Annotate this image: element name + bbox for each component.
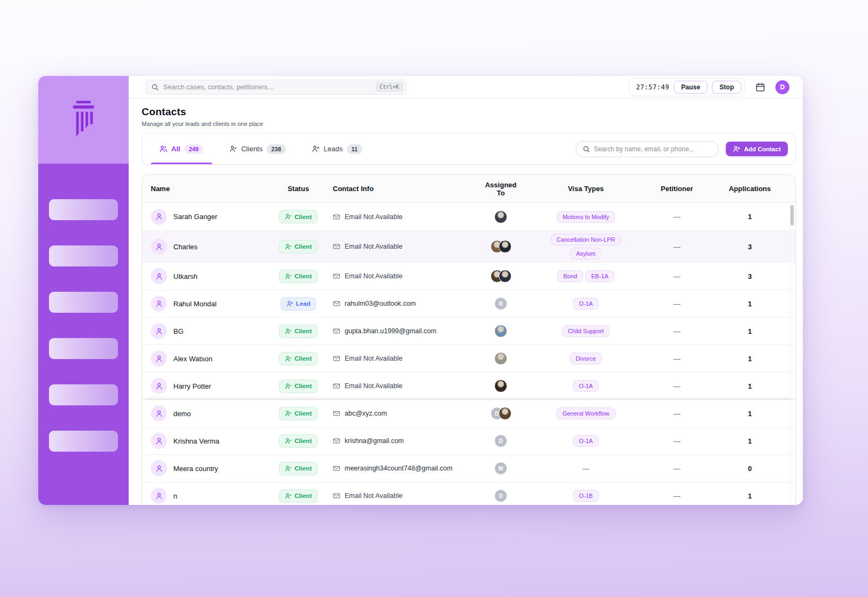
contact-avatar [151,350,167,367]
visa-type-badge[interactable]: O-1A [573,435,599,447]
visa-type-badge[interactable]: Bond [557,270,583,282]
table-row[interactable]: Charles Client Email Not Available Cance… [142,230,795,262]
sidebar-skeleton-item[interactable] [49,338,118,359]
visa-badges: Motions to Modify [540,211,632,223]
contact-search-input[interactable] [594,145,712,153]
sidebar-skeleton-item[interactable] [49,431,118,452]
visa-type-badge[interactable]: General Workflow [556,408,615,419]
contact-email: Email Not Available [345,243,402,250]
stop-button[interactable]: Stop [712,81,741,94]
contact-avatar [151,238,167,255]
assignee-initial-avatar[interactable]: R [494,297,507,310]
contacts-table: Name Status Contact Info Assigned To Vis… [142,174,796,505]
status-badge: Client [279,380,318,393]
assignee-photo-avatar[interactable] [494,352,507,365]
assignee-photo-avatar[interactable] [494,210,507,223]
table-row[interactable]: Krishna Verma Client krishna@gmail.com D… [142,427,795,454]
status-badge: Client [279,434,318,448]
global-search[interactable]: Ctrl+K [145,80,407,95]
assignee-initial-avatar[interactable]: M [494,462,507,475]
visa-type-badge[interactable]: O-1A [573,298,599,310]
contact-name-cell: Alex Watson [150,348,271,369]
visa-badges: Child Support [540,325,632,337]
add-contact-button[interactable]: Add Contact [726,142,788,156]
visa-type-badge[interactable]: Motions to Modify [557,211,615,223]
status-cell: Client [271,432,325,451]
table-header: Name Status Contact Info Assigned To Vis… [142,175,795,203]
visa-type-badge[interactable]: Divorce [570,353,601,364]
petitioner-value: — [649,352,704,366]
envelope-icon [333,243,340,250]
sidebar-skeleton-item[interactable] [49,384,118,405]
visa-type-badge[interactable]: Cancellation Non-LPR [551,234,621,245]
sidebar-skeleton-item[interactable] [49,292,118,313]
assignee-photo-avatar[interactable] [499,407,512,420]
status-badge: Client [279,270,318,283]
column-header-visa-types: Visa Types [522,185,649,193]
applications-count: 1 [704,434,795,448]
table-row[interactable]: BG Client gupta.bhan.u1999@gmail.com Chi… [142,317,795,345]
assignee-photo-avatar[interactable] [494,325,507,338]
sidebar-skeleton-item[interactable] [49,199,118,220]
status-cell: Client [271,404,325,423]
visa-cell-wrap: O-1A [522,295,649,312]
table-row[interactable]: n Client Email Not Available D O-1B — 1 [142,482,795,505]
assignee-photo-avatar[interactable] [499,270,512,283]
tab-all[interactable]: All 249 [154,134,209,164]
assigned-avatars: D [479,432,522,450]
contact-email: Email Not Available [345,355,402,362]
visa-badges: Cancellation Non-LPRAsylum [540,234,632,259]
person-icon [155,437,163,445]
scrollbar-thumb[interactable] [790,205,794,226]
contact-avatar [151,323,167,339]
contact-name: Utkarsh [173,272,198,280]
table-row[interactable]: Rahul Mondal Lead rahulm03@outlook.com R… [142,290,795,317]
contact-name: Meera country [173,465,218,473]
tab-count-badge: 238 [267,144,286,154]
table-scrollbar[interactable] [790,204,794,505]
assignee-initial-avatar[interactable]: D [494,489,507,502]
visa-type-badge[interactable]: EB-1A [585,270,614,282]
person-icon [155,465,163,473]
visa-type-badge[interactable]: Asylum [570,248,601,259]
table-row[interactable]: Utkarsh Client Email Not Available BondE… [142,262,795,290]
petitioner-value: — [649,380,704,393]
table-row[interactable]: Sarah Ganger Client Email Not Available … [142,203,795,230]
status-cell: Client [271,237,325,256]
assignee-initial-avatar[interactable]: D [494,434,507,447]
visa-type-badge[interactable]: Child Support [562,325,610,337]
assignee-photo-avatar[interactable] [494,380,507,392]
visa-cell-wrap: General Workflow [522,405,649,422]
contact-email: rahulm03@outlook.com [345,300,416,307]
table-row[interactable]: Alex Watson Client Email Not Available D… [142,345,795,372]
visa-cell-wrap: Divorce [522,350,649,367]
person-icon [155,355,163,363]
sidebar-skeleton-item[interactable] [49,245,118,266]
person-icon [155,327,163,335]
petitioner-value: — [649,210,704,223]
status-cell: Client [271,207,325,226]
person-check-icon [285,410,292,417]
assignee-photo-avatar[interactable] [499,240,512,253]
table-row[interactable]: demo Client abc@xyz.com D General Workfl… [142,399,795,427]
contact-search[interactable] [576,141,719,157]
petitioner-value: — [649,462,704,475]
table-row[interactable]: Meera country Client meerasingh34count74… [142,454,795,482]
contact-avatar [151,378,167,394]
visa-cell-wrap: Cancellation Non-LPRAsylum [522,231,649,262]
global-search-input[interactable] [163,83,372,91]
status-cell: Lead [271,294,325,313]
table-row[interactable]: Harry Potter Client Email Not Available … [142,372,795,399]
column-header-applications: Applications [704,185,795,193]
calendar-icon[interactable] [755,82,766,93]
visa-type-badge[interactable]: O-1B [573,490,599,502]
contact-name: Alex Watson [173,355,213,363]
tab-leads[interactable]: Leads 11 [306,134,368,164]
visa-type-badge[interactable]: O-1A [573,380,599,392]
contact-info-cell: Email Not Available [325,270,479,283]
tab-clients[interactable]: Clients 238 [224,134,291,164]
visa-badges: — [540,465,632,473]
user-avatar[interactable]: D [775,80,789,94]
tab-label: Leads [324,145,342,153]
pause-button[interactable]: Pause [674,81,708,94]
